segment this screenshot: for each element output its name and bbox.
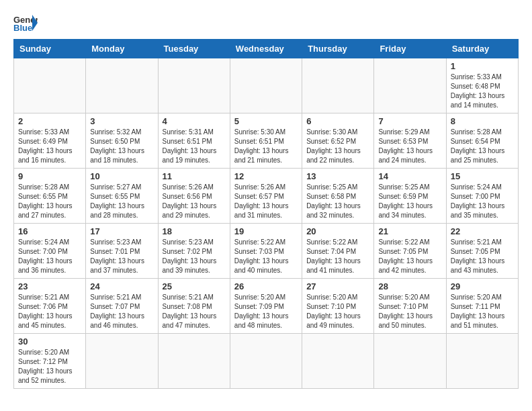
weekday-header-cell: Tuesday — [158, 40, 230, 58]
calendar-cell: 5Sunrise: 5:30 AM Sunset: 6:51 PM Daylig… — [230, 113, 302, 169]
calendar-table: SundayMondayTuesdayWednesdayThursdayFrid… — [13, 39, 519, 389]
calendar-cell — [302, 58, 374, 113]
calendar-cell: 22Sunrise: 5:21 AM Sunset: 7:05 PM Dayli… — [446, 224, 518, 279]
calendar-cell — [86, 58, 158, 113]
day-info: Sunrise: 5:21 AM Sunset: 7:06 PM Dayligh… — [18, 293, 81, 330]
calendar-cell: 29Sunrise: 5:20 AM Sunset: 7:11 PM Dayli… — [446, 279, 518, 334]
day-number: 7 — [378, 116, 441, 126]
calendar-cell: 20Sunrise: 5:22 AM Sunset: 7:04 PM Dayli… — [302, 224, 374, 279]
day-info: Sunrise: 5:21 AM Sunset: 7:07 PM Dayligh… — [90, 293, 153, 330]
calendar-cell: 1Sunrise: 5:33 AM Sunset: 6:48 PM Daylig… — [446, 58, 518, 113]
calendar-cell: 3Sunrise: 5:32 AM Sunset: 6:50 PM Daylig… — [86, 113, 158, 169]
day-info: Sunrise: 5:20 AM Sunset: 7:10 PM Dayligh… — [306, 293, 369, 330]
day-number: 8 — [451, 116, 514, 126]
day-info: Sunrise: 5:23 AM Sunset: 7:01 PM Dayligh… — [90, 238, 153, 275]
day-number: 19 — [234, 226, 298, 236]
calendar-cell: 27Sunrise: 5:20 AM Sunset: 7:10 PM Dayli… — [302, 279, 374, 334]
day-info: Sunrise: 5:30 AM Sunset: 6:52 PM Dayligh… — [306, 128, 369, 165]
weekday-header-cell: Sunday — [14, 40, 86, 58]
weekday-header-cell: Friday — [374, 40, 446, 58]
day-info: Sunrise: 5:23 AM Sunset: 7:02 PM Dayligh… — [163, 238, 226, 275]
calendar-cell: 12Sunrise: 5:26 AM Sunset: 6:57 PM Dayli… — [230, 169, 302, 224]
calendar-cell: 11Sunrise: 5:26 AM Sunset: 6:56 PM Dayli… — [158, 169, 230, 224]
day-number: 4 — [163, 116, 226, 126]
calendar-cell: 6Sunrise: 5:30 AM Sunset: 6:52 PM Daylig… — [302, 113, 374, 169]
day-info: Sunrise: 5:31 AM Sunset: 6:51 PM Dayligh… — [163, 128, 226, 165]
day-number: 13 — [306, 171, 369, 181]
day-number: 28 — [378, 281, 441, 291]
day-number: 11 — [163, 171, 226, 181]
day-number: 26 — [234, 281, 298, 291]
day-number: 18 — [163, 226, 226, 236]
day-number: 21 — [378, 226, 441, 236]
day-number: 23 — [18, 281, 81, 291]
calendar-cell: 17Sunrise: 5:23 AM Sunset: 7:01 PM Dayli… — [86, 224, 158, 279]
day-number: 30 — [18, 336, 81, 347]
weekday-header-cell: Saturday — [446, 40, 518, 58]
day-info: Sunrise: 5:20 AM Sunset: 7:11 PM Dayligh… — [451, 293, 514, 330]
day-info: Sunrise: 5:27 AM Sunset: 6:55 PM Dayligh… — [90, 183, 153, 220]
day-number: 5 — [234, 116, 298, 126]
calendar-cell: 10Sunrise: 5:27 AM Sunset: 6:55 PM Dayli… — [86, 169, 158, 224]
day-number: 9 — [18, 171, 81, 181]
logo: General Blue — [13, 13, 38, 32]
day-info: Sunrise: 5:21 AM Sunset: 7:05 PM Dayligh… — [451, 238, 514, 275]
day-info: Sunrise: 5:32 AM Sunset: 6:50 PM Dayligh… — [90, 128, 153, 165]
weekday-header-cell: Monday — [86, 40, 158, 58]
weekday-header-cell: Thursday — [302, 40, 374, 58]
day-info: Sunrise: 5:28 AM Sunset: 6:54 PM Dayligh… — [451, 128, 514, 165]
calendar-cell: 23Sunrise: 5:21 AM Sunset: 7:06 PM Dayli… — [14, 279, 86, 334]
calendar-cell: 2Sunrise: 5:33 AM Sunset: 6:49 PM Daylig… — [14, 113, 86, 169]
calendar-cell: 24Sunrise: 5:21 AM Sunset: 7:07 PM Dayli… — [86, 279, 158, 334]
day-number: 2 — [18, 116, 81, 126]
day-info: Sunrise: 5:25 AM Sunset: 6:58 PM Dayligh… — [306, 183, 369, 220]
day-number: 1 — [451, 61, 514, 71]
calendar-cell: 7Sunrise: 5:29 AM Sunset: 6:53 PM Daylig… — [374, 113, 446, 169]
day-info: Sunrise: 5:20 AM Sunset: 7:10 PM Dayligh… — [378, 293, 441, 330]
calendar-cell — [374, 334, 446, 389]
day-number: 12 — [234, 171, 298, 181]
day-info: Sunrise: 5:21 AM Sunset: 7:08 PM Dayligh… — [163, 293, 226, 330]
calendar-week-row: 2Sunrise: 5:33 AM Sunset: 6:49 PM Daylig… — [14, 113, 519, 169]
calendar-cell: 26Sunrise: 5:20 AM Sunset: 7:09 PM Dayli… — [230, 279, 302, 334]
calendar-cell — [14, 58, 86, 113]
calendar-cell: 14Sunrise: 5:25 AM Sunset: 6:59 PM Dayli… — [374, 169, 446, 224]
day-info: Sunrise: 5:26 AM Sunset: 6:56 PM Dayligh… — [163, 183, 226, 220]
weekday-header-cell: Wednesday — [230, 40, 302, 58]
day-number: 25 — [163, 281, 226, 291]
day-number: 15 — [451, 171, 514, 181]
calendar-cell — [230, 58, 302, 113]
day-number: 3 — [90, 116, 153, 126]
calendar-cell — [86, 334, 158, 389]
calendar-cell: 8Sunrise: 5:28 AM Sunset: 6:54 PM Daylig… — [446, 113, 518, 169]
day-number: 16 — [18, 226, 81, 236]
day-info: Sunrise: 5:25 AM Sunset: 6:59 PM Dayligh… — [378, 183, 441, 220]
calendar-cell — [230, 334, 302, 389]
day-info: Sunrise: 5:28 AM Sunset: 6:55 PM Dayligh… — [18, 183, 81, 220]
day-info: Sunrise: 5:22 AM Sunset: 7:03 PM Dayligh… — [234, 238, 298, 275]
calendar-cell: 25Sunrise: 5:21 AM Sunset: 7:08 PM Dayli… — [158, 279, 230, 334]
calendar-body: 1Sunrise: 5:33 AM Sunset: 6:48 PM Daylig… — [14, 58, 519, 389]
calendar-cell: 9Sunrise: 5:28 AM Sunset: 6:55 PM Daylig… — [14, 169, 86, 224]
weekday-header-row: SundayMondayTuesdayWednesdayThursdayFrid… — [14, 40, 519, 58]
logo-icon: General Blue — [13, 13, 38, 32]
calendar-cell: 21Sunrise: 5:22 AM Sunset: 7:05 PM Dayli… — [374, 224, 446, 279]
calendar-cell: 16Sunrise: 5:24 AM Sunset: 7:00 PM Dayli… — [14, 224, 86, 279]
calendar-cell: 30Sunrise: 5:20 AM Sunset: 7:12 PM Dayli… — [14, 334, 86, 389]
calendar-week-row: 23Sunrise: 5:21 AM Sunset: 7:06 PM Dayli… — [14, 279, 519, 334]
calendar-week-row: 9Sunrise: 5:28 AM Sunset: 6:55 PM Daylig… — [14, 169, 519, 224]
calendar-cell — [158, 334, 230, 389]
calendar-cell: 19Sunrise: 5:22 AM Sunset: 7:03 PM Dayli… — [230, 224, 302, 279]
calendar-cell: 18Sunrise: 5:23 AM Sunset: 7:02 PM Dayli… — [158, 224, 230, 279]
day-number: 6 — [306, 116, 369, 126]
day-info: Sunrise: 5:26 AM Sunset: 6:57 PM Dayligh… — [234, 183, 298, 220]
day-info: Sunrise: 5:24 AM Sunset: 7:00 PM Dayligh… — [18, 238, 81, 275]
day-number: 29 — [451, 281, 514, 291]
calendar-cell: 28Sunrise: 5:20 AM Sunset: 7:10 PM Dayli… — [374, 279, 446, 334]
calendar-cell — [302, 334, 374, 389]
day-info: Sunrise: 5:24 AM Sunset: 7:00 PM Dayligh… — [451, 183, 514, 220]
day-number: 24 — [90, 281, 153, 291]
day-info: Sunrise: 5:33 AM Sunset: 6:49 PM Dayligh… — [18, 128, 81, 165]
calendar-cell: 4Sunrise: 5:31 AM Sunset: 6:51 PM Daylig… — [158, 113, 230, 169]
calendar-cell — [158, 58, 230, 113]
